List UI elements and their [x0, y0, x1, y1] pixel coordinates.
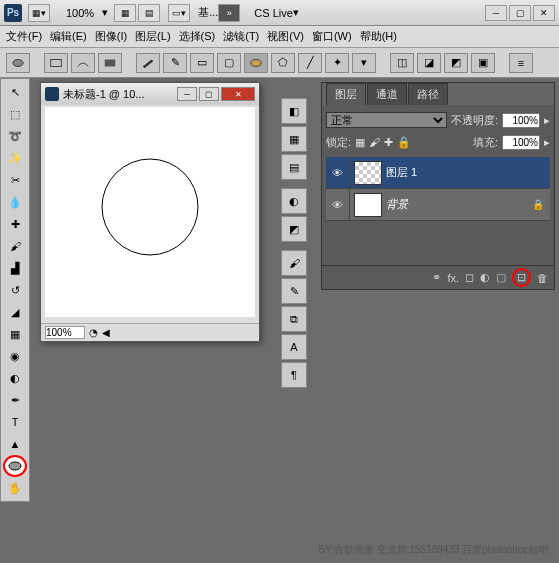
combine-intersect-icon[interactable]: ◩ [444, 53, 468, 73]
lock-transparency-icon[interactable]: ▦ [355, 136, 365, 149]
lock-icon: 🔒 [532, 199, 550, 210]
opacity-label: 不透明度: [451, 113, 498, 128]
tab-channels[interactable]: 通道 [367, 83, 407, 105]
canvas[interactable] [45, 107, 255, 317]
rect-icon[interactable]: ▭ [190, 53, 214, 73]
lasso-tool[interactable]: ➰ [3, 125, 27, 147]
ellipse-icon[interactable] [244, 53, 268, 73]
visibility-icon[interactable]: 👁 [326, 189, 350, 220]
masks-panel-icon[interactable]: ◩ [281, 216, 307, 242]
path-select-tool[interactable]: ▲ [3, 433, 27, 455]
group-icon[interactable]: ▢ [496, 271, 506, 284]
menu-edit[interactable]: 编辑(E) [50, 29, 87, 44]
brushes-panel-icon[interactable]: 🖌 [281, 250, 307, 276]
view-extras-icon[interactable]: ▦ [114, 4, 136, 22]
layer-style-icon[interactable]: fx. [447, 272, 459, 284]
layer-name[interactable]: 图层 1 [386, 165, 550, 180]
wand-tool[interactable]: ✨ [3, 147, 27, 169]
adjustments-panel-icon[interactable]: ◐ [281, 188, 307, 214]
layer-thumbnail[interactable] [354, 161, 382, 185]
history-brush-tool[interactable]: ↺ [3, 279, 27, 301]
clone-source-icon[interactable]: ⧉ [281, 306, 307, 332]
lock-all-icon[interactable]: 🔒 [397, 136, 411, 149]
combine-exclude-icon[interactable]: ▣ [471, 53, 495, 73]
tool-preset-icon[interactable] [6, 53, 30, 73]
lock-position-icon[interactable]: ✚ [384, 136, 393, 149]
workspace-expand-icon[interactable]: » [218, 4, 240, 22]
cslive-label[interactable]: CS Live [254, 7, 293, 19]
healing-tool[interactable]: ✚ [3, 213, 27, 235]
gradient-tool[interactable]: ▦ [3, 323, 27, 345]
marquee-tool[interactable]: ⬚ [3, 103, 27, 125]
lock-pixels-icon[interactable]: 🖌 [369, 136, 380, 148]
brush-tool[interactable]: 🖌 [3, 235, 27, 257]
shape-tool[interactable] [3, 455, 27, 477]
link-layers-icon[interactable]: ⚭ [432, 271, 441, 284]
zoom-level[interactable]: 100% [62, 7, 98, 19]
workspace-label[interactable]: 基... [198, 5, 218, 20]
menu-layer[interactable]: 图层(L) [135, 29, 170, 44]
blur-tool[interactable]: ◉ [3, 345, 27, 367]
minimize-icon[interactable]: ─ [485, 5, 507, 21]
hand-tool[interactable]: ✋ [3, 477, 27, 499]
paragraph-panel-icon[interactable]: ¶ [281, 362, 307, 388]
stamp-tool[interactable]: ▟ [3, 257, 27, 279]
bridge-icon[interactable]: ▦▾ [28, 4, 50, 22]
move-tool[interactable]: ↖ [3, 81, 27, 103]
swatches-panel-icon[interactable]: ▦ [281, 126, 307, 152]
doc-maximize-icon[interactable]: ▢ [199, 87, 219, 101]
eyedropper-tool[interactable]: 💧 [3, 191, 27, 213]
combine-add-icon[interactable]: ◫ [390, 53, 414, 73]
visibility-icon[interactable]: 👁 [326, 157, 350, 188]
close-icon[interactable]: ✕ [533, 5, 555, 21]
menu-window[interactable]: 窗口(W) [312, 29, 352, 44]
maximize-icon[interactable]: ▢ [509, 5, 531, 21]
layer-thumbnail[interactable] [354, 193, 382, 217]
delete-layer-icon[interactable]: 🗑 [537, 272, 548, 284]
freeform-pen-icon[interactable]: ✎ [163, 53, 187, 73]
blend-mode-select[interactable]: 正常 [326, 112, 447, 128]
doc-zoom-input[interactable] [45, 326, 85, 339]
menu-view[interactable]: 视图(V) [267, 29, 304, 44]
layer-mask-icon[interactable]: ◻ [465, 271, 474, 284]
layer-item[interactable]: 👁 图层 1 [326, 157, 550, 189]
type-tool[interactable]: T [3, 411, 27, 433]
color-panel-icon[interactable]: ◧ [281, 98, 307, 124]
shape-layers-icon[interactable] [44, 53, 68, 73]
layer-item[interactable]: 👁 背景 🔒 [326, 189, 550, 221]
doc-close-icon[interactable]: ✕ [221, 87, 255, 101]
eraser-tool[interactable]: ◢ [3, 301, 27, 323]
brush-preset-icon[interactable]: ✎ [281, 278, 307, 304]
polygon-icon[interactable]: ⬠ [271, 53, 295, 73]
menu-select[interactable]: 选择(S) [179, 29, 216, 44]
opacity-input[interactable] [502, 113, 540, 128]
menu-image[interactable]: 图像(I) [95, 29, 127, 44]
menu-filter[interactable]: 滤镜(T) [223, 29, 259, 44]
menu-help[interactable]: 帮助(H) [360, 29, 397, 44]
custom-shape-icon[interactable]: ✦ [325, 53, 349, 73]
shape-options-icon[interactable]: ▾ [352, 53, 376, 73]
fill-pixels-icon[interactable] [98, 53, 122, 73]
crop-tool[interactable]: ✂ [3, 169, 27, 191]
pen-icon[interactable] [136, 53, 160, 73]
view-grid-icon[interactable]: ▤ [138, 4, 160, 22]
tab-paths[interactable]: 路径 [408, 83, 448, 105]
doc-info-icon[interactable]: ◔ [89, 327, 98, 338]
adjustment-layer-icon[interactable]: ◐ [480, 271, 490, 284]
pen-tool[interactable]: ✒ [3, 389, 27, 411]
doc-minimize-icon[interactable]: ─ [177, 87, 197, 101]
menu-file[interactable]: 文件(F) [6, 29, 42, 44]
styles-panel-icon[interactable]: ▤ [281, 154, 307, 180]
new-layer-icon[interactable]: ⊡ [512, 268, 531, 287]
combine-subtract-icon[interactable]: ◪ [417, 53, 441, 73]
tab-layers[interactable]: 图层 [326, 83, 366, 105]
align-icon[interactable]: ≡ [509, 53, 533, 73]
layer-name[interactable]: 背景 [386, 197, 532, 212]
paths-icon[interactable] [71, 53, 95, 73]
line-icon[interactable]: ╱ [298, 53, 322, 73]
rounded-rect-icon[interactable]: ▢ [217, 53, 241, 73]
character-panel-icon[interactable]: A [281, 334, 307, 360]
dodge-tool[interactable]: ◐ [3, 367, 27, 389]
fill-input[interactable] [502, 135, 540, 150]
screen-mode-icon[interactable]: ▭▾ [168, 4, 190, 22]
